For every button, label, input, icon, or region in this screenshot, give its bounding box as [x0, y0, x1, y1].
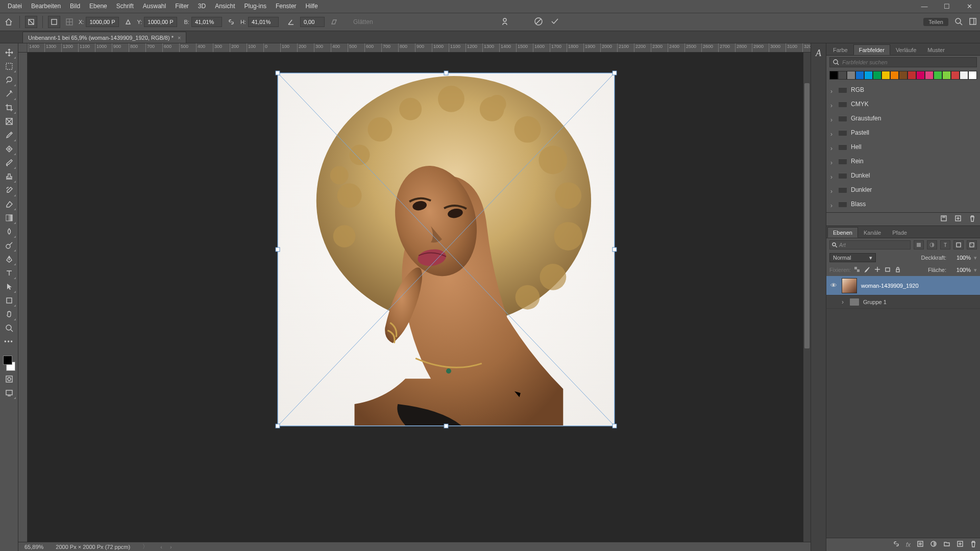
blend-mode-select[interactable]: Normal▾	[829, 253, 876, 262]
workspace-icon[interactable]	[969, 17, 977, 27]
vertical-scrollbar[interactable]	[803, 53, 811, 542]
screenmode-icon[interactable]	[2, 386, 16, 399]
stamp-tool[interactable]	[2, 169, 16, 183]
transform-tool-icon[interactable]	[25, 16, 37, 28]
swatch-group[interactable]: ›Blass	[826, 197, 980, 211]
tab-pfade[interactable]: Pfade	[887, 227, 913, 238]
reference-grid-icon[interactable]	[63, 16, 76, 28]
status-docinfo[interactable]: 2000 Px × 2000 Px (72 ppcm)	[56, 544, 130, 550]
menu-datei[interactable]: Datei	[3, 0, 27, 13]
swatch-color[interactable]	[951, 71, 960, 80]
document-tab[interactable]: Unbenannt-1 bei 65,9% (woman-1439909_192…	[22, 32, 186, 43]
chevron-right-icon[interactable]: ›	[842, 298, 846, 306]
heal-tool[interactable]	[2, 142, 16, 156]
lock-position-icon[interactable]	[874, 266, 880, 273]
swatch-color[interactable]	[847, 71, 855, 80]
swatch-color[interactable]	[855, 71, 864, 80]
swatch-color[interactable]	[899, 71, 908, 80]
chevron-right-icon[interactable]: ›	[830, 145, 835, 149]
swatch-new-icon[interactable]	[954, 215, 962, 223]
chevron-right-icon[interactable]: ›	[830, 88, 835, 92]
chevron-right-icon[interactable]: ›	[830, 116, 835, 120]
swatch-color[interactable]	[864, 71, 873, 80]
layer-name[interactable]: woman-1439909_1920	[861, 283, 919, 289]
new-group-icon[interactable]	[943, 540, 950, 549]
opacity-value[interactable]: 100%	[949, 255, 971, 261]
new-layer-icon[interactable]	[957, 540, 964, 549]
menu-fenster[interactable]: Fenster	[271, 0, 301, 13]
tab-muster[interactable]: Muster	[922, 44, 950, 55]
adjust-layer-icon[interactable]	[930, 540, 937, 549]
lock-pixels-icon[interactable]	[864, 266, 870, 273]
dodge-tool[interactable]	[2, 238, 16, 252]
swatch-color[interactable]	[890, 71, 899, 80]
pen-tool[interactable]	[2, 252, 16, 266]
layer-row[interactable]: 👁 woman-1439909_1920	[826, 276, 980, 295]
shape-tool[interactable]	[2, 293, 16, 307]
delta-icon[interactable]	[122, 16, 134, 28]
filter-adjust-icon[interactable]	[927, 240, 937, 249]
tab-kanale[interactable]: Kanäle	[858, 227, 887, 238]
menu-3d[interactable]: 3D	[193, 0, 210, 13]
lasso-tool[interactable]	[2, 73, 16, 87]
swatch-color[interactable]	[916, 71, 925, 80]
swatch-group[interactable]: ›RGB	[826, 83, 980, 97]
brush-tool[interactable]	[2, 156, 16, 169]
menu-schrift[interactable]: Schrift	[112, 0, 138, 13]
chevron-right-icon[interactable]: ›	[830, 131, 835, 135]
puppet-warp-icon[interactable]	[500, 17, 509, 28]
commit-transform-icon[interactable]	[550, 17, 559, 28]
zoom-tool[interactable]	[2, 321, 16, 335]
status-zoom[interactable]: 65,89%	[24, 544, 43, 550]
link-wh-icon[interactable]	[225, 16, 237, 28]
eyedropper-tool[interactable]	[2, 128, 16, 142]
chevron-right-icon[interactable]: ›	[830, 188, 835, 192]
layer-thumbnail[interactable]	[842, 278, 857, 293]
window-maximize-icon[interactable]: ☐	[943, 3, 950, 10]
tab-ebenen[interactable]: Ebenen	[827, 227, 858, 238]
menu-hilfe[interactable]: Hilfe	[301, 0, 323, 13]
wand-tool[interactable]	[2, 87, 16, 101]
hand-tool[interactable]	[2, 307, 16, 321]
menu-ansicht[interactable]: Ansicht	[210, 0, 239, 13]
w-value-input[interactable]: 41,01%	[191, 17, 222, 27]
link-layers-icon[interactable]	[893, 540, 900, 549]
type-tool[interactable]	[2, 266, 16, 280]
layer-fx-icon[interactable]: fx	[906, 541, 911, 548]
canvas-area[interactable]: 1400130012001100100090080070060050040030…	[18, 43, 811, 551]
swatch-search-field[interactable]	[842, 59, 973, 65]
swatch-group[interactable]: ›Dunkel	[826, 168, 980, 183]
swatch-color[interactable]	[881, 71, 890, 80]
window-close-icon[interactable]: ✕	[966, 3, 973, 10]
gradient-tool[interactable]	[2, 211, 16, 224]
menu-bild[interactable]: Bild	[65, 0, 85, 13]
swatch-group[interactable]: ›Dunkler	[826, 183, 980, 197]
layer-visibility-icon[interactable]: 👁	[829, 282, 838, 289]
menu-bearbeiten[interactable]: Bearbeiten	[27, 0, 65, 13]
close-tab-icon[interactable]: ×	[178, 35, 181, 41]
swatch-group[interactable]: ›Rein	[826, 154, 980, 168]
menu-plugins[interactable]: Plug-ins	[240, 0, 271, 13]
home-icon[interactable]	[3, 16, 14, 28]
swatch-color[interactable]	[908, 71, 916, 80]
swatch-color[interactable]	[960, 71, 968, 80]
ruler-horizontal[interactable]: 1400130012001100100090080070060050040030…	[28, 43, 811, 53]
fill-value[interactable]: 100%	[949, 267, 971, 273]
delete-layer-icon[interactable]	[970, 540, 977, 549]
swatch-color[interactable]	[934, 71, 942, 80]
status-nav-arrows[interactable]: ‹ ›	[160, 544, 175, 550]
filter-pixel-icon[interactable]	[914, 240, 924, 249]
lock-transparency-icon[interactable]	[854, 266, 860, 273]
lock-nested-icon[interactable]	[885, 266, 891, 273]
tab-farbfelder[interactable]: Farbfelder	[853, 44, 890, 55]
swatch-trash-icon[interactable]	[969, 215, 976, 223]
menu-auswahl[interactable]: Auswahl	[138, 0, 170, 13]
filter-type-icon[interactable]: T	[940, 240, 950, 249]
chevron-right-icon[interactable]: ›	[830, 202, 835, 206]
fg-bg-colors[interactable]	[2, 355, 16, 372]
swatch-group[interactable]: ›CMYK	[826, 97, 980, 111]
layer-filter-kind[interactable]: Art	[829, 240, 911, 249]
skew-icon[interactable]	[328, 16, 340, 28]
x-value-input[interactable]: 1000,00 P	[86, 17, 118, 27]
swatch-group[interactable]: ›Hell	[826, 140, 980, 154]
